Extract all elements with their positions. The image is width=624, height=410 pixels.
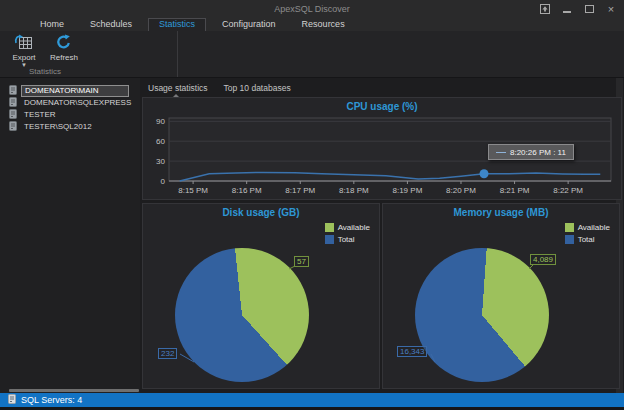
server-item[interactable]: DOMENATOR\MAIN	[0, 85, 140, 97]
ribbon-group-caption: Statistics	[0, 67, 90, 76]
server-label[interactable]: TESTER	[21, 110, 59, 120]
x-axis-tick-label: 8:18 PM	[339, 186, 369, 195]
server-label[interactable]: TESTER\SQL2012	[21, 122, 95, 132]
server-icon	[9, 97, 17, 109]
sidebar-horizontal-scrollbar[interactable]	[9, 389, 139, 392]
ribbon-group-statistics: Export ▼ Refresh Statistics	[0, 31, 178, 77]
statistics-subtabs: Usage statistics Top 10 databases	[148, 81, 291, 96]
legend-label: Total	[338, 235, 355, 244]
tooltip-text: 8:20:26 PM : 11	[510, 148, 566, 157]
close-button[interactable]: ×	[604, 3, 618, 16]
memory-usage-panel: Memory usage (MB) Available Total 4,089	[382, 203, 620, 389]
server-item[interactable]: DOMENATOR\SQLEXPRESS	[0, 97, 140, 109]
cpu-chart-title: CPU usage (%)	[143, 101, 621, 112]
export-label: Export	[12, 53, 35, 62]
tooltip-series-dash-icon	[496, 152, 506, 153]
tab-top-10-databases-label: Top 10 databases	[224, 83, 291, 93]
memory-available-label: 4,089	[530, 254, 556, 265]
legend-swatch-blue	[565, 235, 574, 244]
server-icon	[9, 109, 17, 121]
export-button[interactable]: Export ▼	[4, 33, 44, 68]
legend-item-total: Total	[565, 233, 610, 245]
x-axis-tick-label: 8:16 PM	[232, 186, 262, 195]
x-axis-tick-label: 8:21 PM	[500, 186, 530, 195]
content-area: Usage statistics Top 10 databases CPU us…	[140, 78, 624, 393]
cpu-selected-point[interactable]	[480, 169, 489, 178]
legend-item-total: Total	[325, 233, 370, 245]
tab-usage-statistics[interactable]: Usage statistics	[148, 81, 208, 96]
disk-chart-title: Disk usage (GB)	[143, 207, 379, 218]
server-label[interactable]: DOMENATOR\SQLEXPRESS	[21, 98, 134, 108]
ribbon-tab-schedules[interactable]: Schedules	[80, 18, 142, 31]
minimize-button[interactable]	[560, 3, 574, 16]
x-axis-tick-label: 8:15 PM	[178, 186, 208, 195]
legend-item-available: Available	[565, 221, 610, 233]
tab-top-10-databases[interactable]: Top 10 databases	[224, 81, 291, 96]
ribbon-toggle-icon[interactable]	[538, 3, 552, 16]
server-icon	[9, 85, 17, 97]
legend-item-available: Available	[325, 221, 370, 233]
titlebar: ApexSQL Discover ×	[0, 0, 624, 18]
disk-total-label: 232	[158, 348, 177, 359]
disk-usage-panel: Disk usage (GB) Available Total 57	[142, 203, 380, 389]
export-icon	[14, 34, 34, 52]
window-title: ApexSQL Discover	[0, 0, 624, 18]
x-axis-tick-label: 8:22 PM	[553, 186, 583, 195]
statusbar-label: SQL Servers: 4	[21, 395, 82, 405]
legend-swatch-green	[325, 223, 334, 232]
chart-tooltip: 8:20:26 PM : 11	[488, 144, 574, 160]
server-icon	[9, 121, 17, 133]
ribbon-body: Export ▼ Refresh Statistics	[0, 31, 624, 78]
app-window: ApexSQL Discover × Home Schedules Statis…	[0, 0, 624, 410]
memory-pie[interactable]	[415, 248, 549, 382]
memory-legend: Available Total	[565, 221, 610, 245]
y-axis-tick-label: 30	[156, 157, 165, 166]
server-label[interactable]: DOMENATOR\MAIN	[21, 85, 129, 97]
statusbar: SQL Servers: 4	[0, 393, 624, 407]
y-axis-tick-label: 0	[161, 177, 166, 186]
server-item[interactable]: TESTER	[0, 109, 140, 121]
memory-chart-title: Memory usage (MB)	[383, 207, 619, 218]
legend-swatch-blue	[325, 235, 334, 244]
legend-label: Available	[338, 223, 370, 232]
x-axis-tick-label: 8:20 PM	[446, 186, 476, 195]
refresh-label: Refresh	[50, 53, 78, 62]
ribbon-tab-bar: Home Schedules Statistics Configuration …	[0, 18, 624, 31]
x-axis-tick-label: 8:17 PM	[285, 186, 315, 195]
refresh-button[interactable]: Refresh	[44, 33, 84, 68]
tab-usage-statistics-label: Usage statistics	[148, 83, 208, 93]
refresh-icon	[55, 34, 73, 52]
ribbon-tab-home[interactable]: Home	[30, 18, 74, 31]
disk-legend: Available Total	[325, 221, 370, 245]
server-item[interactable]: TESTER\SQL2012	[0, 121, 140, 133]
ribbon-tab-configuration[interactable]: Configuration	[212, 18, 286, 31]
maximize-button[interactable]	[582, 3, 596, 16]
legend-label: Total	[578, 235, 595, 244]
y-axis-tick-label: 60	[156, 137, 165, 146]
legend-label: Available	[578, 223, 610, 232]
memory-total-label: 16,343	[397, 346, 427, 357]
legend-swatch-green	[565, 223, 574, 232]
server-icon	[8, 394, 16, 406]
server-list-panel: DOMENATOR\MAIN DOMENATOR\SQLEXPRESS TEST…	[0, 78, 140, 393]
y-axis-tick-label: 90	[156, 117, 165, 126]
disk-pie[interactable]	[175, 248, 309, 382]
window-controls: ×	[538, 2, 618, 16]
x-axis-tick-label: 8:19 PM	[393, 186, 423, 195]
disk-available-label: 57	[294, 256, 309, 267]
cpu-usage-panel: CPU usage (%) 03060908:15 PM8:16 PM8:17 …	[142, 97, 622, 200]
ribbon-tab-resources[interactable]: Resources	[292, 18, 355, 31]
ribbon-tab-statistics[interactable]: Statistics	[148, 18, 206, 31]
